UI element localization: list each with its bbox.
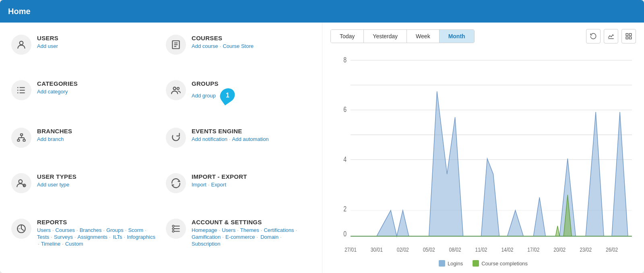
reports-surveys-link[interactable]: Surveys: [54, 234, 73, 240]
groups-badge: 1: [217, 85, 238, 105]
add-course-link[interactable]: Add course: [192, 43, 218, 49]
svg-text:8: 8: [343, 56, 347, 64]
tab-month[interactable]: Month: [440, 30, 474, 43]
course-store-link[interactable]: Course Store: [223, 43, 254, 49]
section-import-export: IMPORT - EXPORT Import · Export: [163, 169, 314, 211]
groups-content: GROUPS Add group 1: [192, 80, 235, 102]
add-automation-link[interactable]: Add automation: [232, 136, 269, 142]
completions-legend-box: [473, 260, 479, 267]
grid-icon-btn[interactable]: [621, 29, 636, 43]
chart-legend: Logins Course completions: [330, 260, 636, 267]
account-settings-title: ACCOUNT & SETTINGS: [192, 219, 311, 225]
import-export-content: IMPORT - EXPORT Import · Export: [192, 173, 247, 188]
events-title: EVENTS ENGINE: [192, 128, 269, 134]
logins-area: [351, 91, 632, 236]
groups-svg: [171, 85, 181, 95]
add-user-link[interactable]: Add user: [37, 43, 58, 49]
reports-branches-link[interactable]: Branches: [80, 227, 102, 233]
line-chart-icon-btn[interactable]: [604, 29, 618, 43]
settings-users-link[interactable]: Users: [222, 227, 235, 233]
right-panel: Today Yesterday Week Month: [322, 23, 644, 273]
svg-text:2: 2: [343, 205, 347, 213]
categories-svg: [16, 85, 27, 95]
import-export-icon: [166, 173, 186, 193]
svg-point-31: [172, 225, 174, 227]
tab-yesterday[interactable]: Yesterday: [364, 30, 407, 43]
import-export-svg: [171, 178, 181, 188]
left-panel: USERS Add user COURSES: [0, 23, 322, 273]
reports-scorm-link[interactable]: Scorm: [128, 227, 143, 233]
svg-rect-35: [626, 33, 628, 35]
groups-icon: [166, 80, 186, 100]
account-settings-icon: [166, 219, 186, 239]
subscription-link[interactable]: Subscription: [192, 241, 221, 247]
groups-title: GROUPS: [192, 80, 235, 87]
tab-today[interactable]: Today: [331, 30, 364, 43]
add-notification-link[interactable]: Add notification: [192, 136, 227, 142]
section-events: EVENTS ENGINE Add notification · Add aut…: [163, 124, 314, 166]
logins-legend-label: Logins: [448, 261, 463, 267]
user-svg: [16, 39, 27, 50]
user-types-svg: [16, 178, 27, 188]
user-types-content: USER TYPES Add user type: [37, 173, 76, 188]
svg-text:0: 0: [343, 230, 347, 238]
branches-svg: [16, 132, 27, 143]
svg-rect-13: [21, 134, 23, 135]
user-types-icon: [11, 173, 31, 193]
svg-text:14/02: 14/02: [501, 246, 513, 253]
courses-links: Add course · Course Store: [192, 43, 254, 49]
export-link[interactable]: Export: [211, 182, 226, 188]
certifications-link[interactable]: Certifications: [264, 227, 294, 233]
dot3: ·: [208, 182, 210, 188]
reports-title: REPORTS: [37, 219, 156, 225]
reports-assignments-link[interactable]: Assignments: [78, 234, 107, 240]
svg-point-12: [177, 87, 179, 89]
section-user-types: USER TYPES Add user type: [8, 169, 159, 211]
import-link[interactable]: Import: [192, 182, 206, 188]
reports-timeline-link[interactable]: Timeline: [41, 241, 61, 247]
ecommerce-link[interactable]: E-commerce: [225, 234, 255, 240]
tab-week[interactable]: Week: [407, 30, 440, 43]
reports-courses-link[interactable]: Courses: [56, 227, 75, 233]
users-title: USERS: [37, 35, 58, 41]
reports-infographics-link[interactable]: Infographics: [127, 234, 155, 240]
add-category-link[interactable]: Add category: [37, 89, 68, 95]
reports-custom-link[interactable]: Custom: [65, 241, 83, 247]
reports-groups-link[interactable]: Groups: [106, 227, 124, 233]
section-reports: REPORTS Users · Courses · Branches · Gro…: [8, 215, 159, 265]
reports-users-link[interactable]: Users: [37, 227, 51, 233]
users-content: USERS Add user: [37, 35, 58, 49]
reports-icon: [11, 219, 31, 239]
reports-tests-link[interactable]: Tests: [37, 234, 49, 240]
history-icon-btn[interactable]: [586, 29, 601, 43]
events-links: Add notification · Add automation: [192, 136, 269, 142]
section-courses: COURSES Add course · Course Store: [163, 31, 314, 73]
reports-ilts-link[interactable]: ILTs: [113, 234, 122, 240]
categories-content: CATEGORIES Add category: [37, 80, 78, 95]
add-user-type-link[interactable]: Add user type: [37, 182, 69, 188]
dot1: ·: [220, 43, 221, 49]
svg-point-11: [173, 87, 176, 90]
section-account-settings: ACCOUNT & SETTINGS Homepage · Users · Th…: [163, 215, 314, 265]
homepage-link[interactable]: Homepage: [192, 227, 217, 233]
branches-links: Add branch: [37, 136, 72, 142]
user-types-links: Add user type: [37, 182, 76, 188]
header: Home: [0, 0, 644, 23]
gamification-link[interactable]: Gamification: [192, 234, 221, 240]
themes-link[interactable]: Themes: [240, 227, 259, 233]
users-links: Add user: [37, 43, 58, 49]
dot2: ·: [229, 136, 231, 142]
reports-links: Users · Courses · Branches · Groups · Sc…: [37, 227, 156, 247]
reports-content: REPORTS Users · Courses · Branches · Gro…: [37, 219, 156, 247]
svg-rect-36: [630, 33, 632, 35]
svg-point-33: [172, 230, 174, 232]
reports-svg: [16, 223, 27, 234]
add-group-link[interactable]: Add group: [192, 93, 216, 99]
domain-link[interactable]: Domain: [260, 234, 279, 240]
svg-rect-15: [23, 139, 25, 141]
svg-text:23/02: 23/02: [580, 246, 592, 253]
add-branch-link[interactable]: Add branch: [37, 136, 64, 142]
svg-text:08/02: 08/02: [449, 246, 461, 253]
categories-title: CATEGORIES: [37, 80, 78, 87]
import-export-title: IMPORT - EXPORT: [192, 173, 247, 180]
